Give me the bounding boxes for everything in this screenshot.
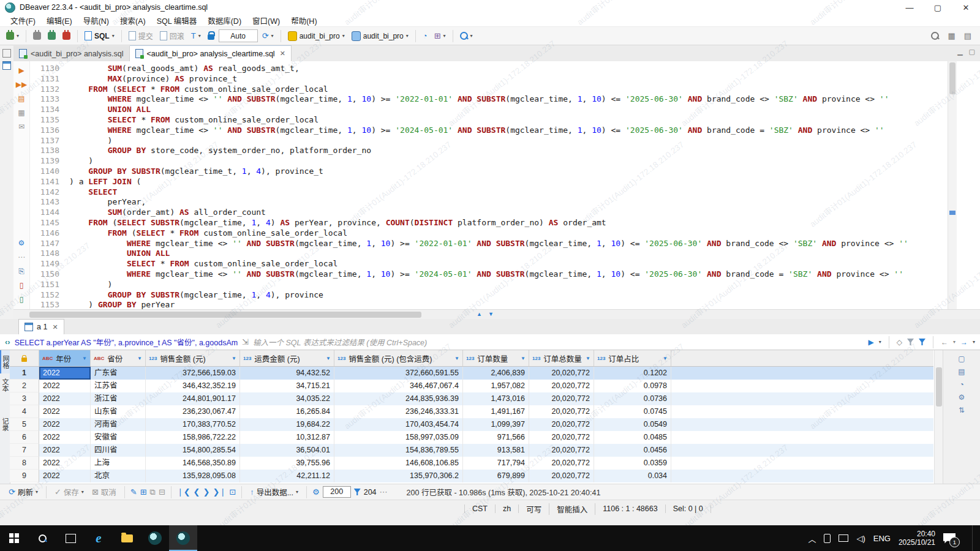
column-header-8[interactable]: 123订单占比▼	[594, 350, 671, 366]
column-menu-icon[interactable]: ▼	[326, 356, 331, 361]
commit-button[interactable]: 提交	[126, 29, 156, 42]
editor-tab-2[interactable]: <audit_bi_pro> analysis_cleartime.sql✕	[130, 45, 292, 61]
column-menu-icon[interactable]: ▼	[586, 356, 590, 361]
apply-filter-icon[interactable]: ▶	[868, 338, 873, 347]
minimize-button[interactable]: —	[895, 0, 924, 15]
grid-cell[interactable]: 20,020,772	[529, 444, 594, 457]
grid-cell[interactable]: 0.0359	[594, 457, 671, 470]
execute-script-icon[interactable]: ▶▶	[17, 80, 26, 89]
grid-cell[interactable]: 山东省	[91, 405, 146, 418]
sql-script-icon[interactable]: ▤	[17, 94, 26, 103]
save-filter-icon[interactable]	[919, 339, 925, 345]
refresh-button[interactable]: ⟳刷新▾	[6, 485, 40, 499]
grid-cell[interactable]: 0.0485	[594, 431, 671, 444]
value-panel-icon[interactable]: ▤	[957, 367, 966, 376]
grid-cell[interactable]: 2022	[39, 457, 91, 470]
database-selector[interactable]: audit_bi_pro▾	[285, 30, 347, 42]
grid-cell[interactable]: 1,473,016	[463, 392, 529, 405]
expand-panel-icon[interactable]: ⇅	[957, 406, 966, 414]
grid-cell[interactable]: 135,970,306.2	[334, 470, 463, 482]
grid-cell[interactable]: 16,265.84	[240, 405, 334, 418]
search-button[interactable]: ▾	[458, 31, 475, 41]
menu-item-7[interactable]: 窗口(W)	[247, 15, 285, 26]
results-tab-close-icon[interactable]: ✕	[52, 323, 58, 331]
settings-gear-icon[interactable]: ⚙	[17, 239, 26, 247]
app1-button[interactable]	[141, 525, 169, 551]
export-data-button[interactable]: ↑导出数据...▾	[247, 485, 301, 499]
delete-row-icon[interactable]: ⊟	[159, 488, 165, 496]
grid-cell[interactable]: 江苏省	[91, 380, 146, 392]
grid-cell[interactable]: 2022	[39, 367, 91, 380]
presentation-tab-文本[interactable]: 文本	[0, 373, 10, 397]
ie-button[interactable]: e	[85, 525, 113, 551]
menu-item-1[interactable]: 文件(F)	[5, 15, 41, 26]
column-menu-icon[interactable]: ▼	[663, 356, 668, 361]
grid-cell[interactable]: 浙江省	[91, 392, 146, 405]
menu-item-6[interactable]: 数据库(D)	[202, 15, 247, 26]
grid-cell[interactable]: 20,020,772	[529, 380, 594, 392]
grid-cell[interactable]: 2022	[39, 405, 91, 418]
explain-plan-icon[interactable]: ▦	[17, 108, 26, 117]
grid-cell[interactable]: 20,020,772	[529, 470, 594, 482]
grid-cell[interactable]: 20,020,772	[529, 457, 594, 470]
grid-cell[interactable]: 北京	[91, 470, 146, 482]
grid-cell[interactable]: 170,403,454.74	[334, 418, 463, 431]
add-row-icon[interactable]: ⊞	[140, 488, 147, 496]
grid-cell[interactable]: 679,899	[463, 470, 529, 482]
grid-cell[interactable]: 154,836,789.55	[334, 444, 463, 457]
grid-vertical-scrollbar[interactable]	[934, 350, 943, 484]
presentation-tab-记录[interactable]: 记录	[0, 413, 10, 436]
results-tab[interactable]: a 1 ✕	[18, 319, 64, 334]
export-file-icon[interactable]: ⎘	[17, 267, 26, 276]
filter-input[interactable]: 输入一个 SQL 表达式来过滤结果 (使用 Ctrl+Space)	[253, 336, 864, 348]
expand-filter-icon[interactable]: ⇲	[242, 338, 249, 346]
column-menu-icon[interactable]: ▼	[82, 356, 87, 361]
disconnect-button[interactable]	[60, 31, 73, 41]
column-header-4[interactable]: 123运费金额 (元)▼	[240, 350, 334, 366]
row-number[interactable]: 2	[10, 380, 39, 392]
schema-selector[interactable]: audit_bi_pro▾	[349, 30, 411, 42]
filter-history-icon[interactable]: ▾	[879, 339, 881, 345]
grid-cell[interactable]: 34,035.22	[240, 392, 334, 405]
grid-cell[interactable]: 236,230,067.47	[146, 405, 240, 418]
grid-cell[interactable]: 1,099,397	[463, 418, 529, 431]
results-grid[interactable]: ABC年份▼ABC省份▼123销售金额 (元)▼123运费金额 (元)▼123销…	[10, 350, 933, 484]
filter-expression[interactable]: SELECT a.perYear AS "年份", a.province_t A…	[15, 336, 238, 348]
grid-cell[interactable]: 42,211.12	[240, 470, 334, 482]
grid-cell[interactable]: 244,801,901.17	[146, 392, 240, 405]
grid-cell[interactable]: 2022	[39, 444, 91, 457]
prev-page-icon[interactable]: ❮	[194, 488, 200, 496]
lock-button[interactable]	[205, 31, 217, 41]
language-indicator[interactable]: ENG	[873, 534, 891, 543]
presentation-tab-网格[interactable]: 网格	[0, 350, 10, 373]
row-number[interactable]: 5	[10, 418, 39, 431]
cancel-button[interactable]: ⊠取消	[89, 485, 119, 499]
fetch-size-input[interactable]: 200	[323, 486, 351, 498]
panel-sash[interactable]: ▲▼	[477, 311, 494, 317]
output-file-icon[interactable]: ▯	[17, 295, 26, 304]
grid-cell[interactable]: 372,566,159.03	[146, 367, 240, 380]
column-header-6[interactable]: 123订单数量▼	[463, 350, 529, 366]
column-header-3[interactable]: 123销售金额 (元)▼	[146, 350, 240, 366]
menu-item-3[interactable]: 导航(N)	[78, 15, 115, 26]
grid-cell[interactable]: 20,020,772	[529, 392, 594, 405]
grid-cell[interactable]: 34,715.21	[240, 380, 334, 392]
transaction-mode-button[interactable]: T▾	[189, 31, 203, 41]
column-header-2[interactable]: ABC省份▼	[91, 350, 146, 366]
go-to-row-icon[interactable]: ⊡	[229, 488, 236, 496]
maximize-button[interactable]: ▢	[924, 0, 952, 15]
grid-cell[interactable]: 913,581	[463, 444, 529, 457]
menu-item-2[interactable]: 编辑(E)	[41, 15, 78, 26]
edit-cell-icon[interactable]: ✎	[130, 488, 137, 496]
action-center-button[interactable]: 1	[943, 533, 956, 544]
network-icon[interactable]	[839, 534, 848, 542]
maximize-editor-icon[interactable]: ▢	[969, 48, 975, 56]
column-header-5[interactable]: 123销售金额 (元) (包含运费)▼	[334, 350, 463, 366]
grid-cell[interactable]: 372,660,591.55	[334, 367, 463, 380]
grid-cell[interactable]: 0.0736	[594, 392, 671, 405]
grid-cell[interactable]: 安徽省	[91, 431, 146, 444]
network-button[interactable]: ⊞▾	[432, 31, 448, 41]
nav-forward-icon[interactable]: →	[960, 338, 968, 347]
connect-button[interactable]	[31, 31, 43, 41]
new-connection-button[interactable]: ▾	[4, 31, 21, 41]
